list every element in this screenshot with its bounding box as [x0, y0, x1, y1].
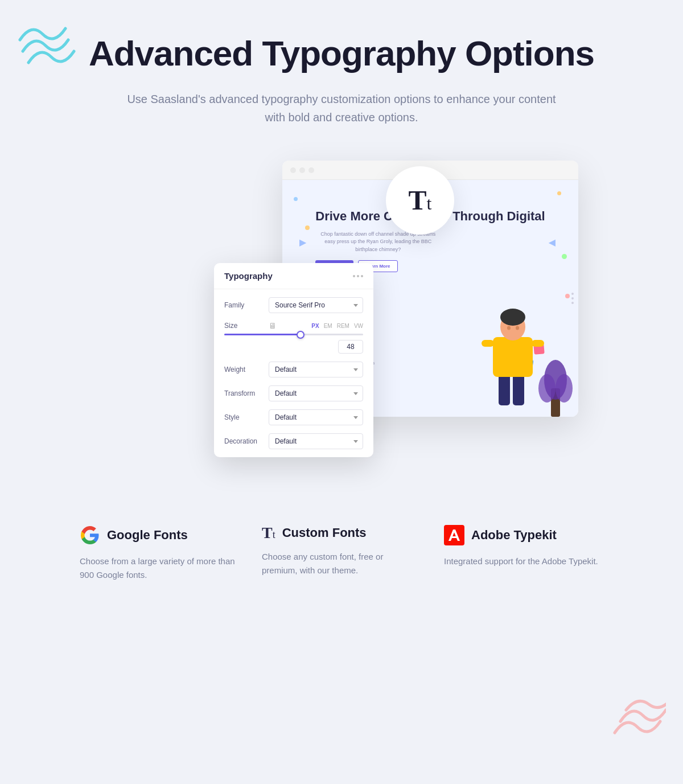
panel-body: Family Source Serif Pro Size 🖥 PX EM REM	[214, 289, 373, 457]
decoration-label: Decoration	[224, 437, 264, 445]
size-unit-vw[interactable]: VW	[354, 323, 363, 329]
family-select[interactable]: Source Serif Pro	[269, 297, 363, 313]
tt-badge: Tt	[386, 166, 454, 235]
sidebar-dots	[571, 293, 574, 304]
weight-select[interactable]: Default	[269, 362, 363, 377]
size-label: Size	[224, 322, 264, 330]
size-unit-rem[interactable]: REM	[337, 323, 349, 329]
svg-rect-7	[482, 340, 494, 347]
size-section: Size 🖥 PX EM REM VW	[224, 321, 363, 354]
adobe-typekit-desc: Integrated support for the Adobe Typekit…	[444, 555, 603, 568]
deco-dot-green	[562, 254, 567, 259]
adobe-icon	[444, 525, 464, 545]
adobe-typekit-title: Adobe Typekit	[471, 528, 557, 543]
header-section: Advanced Typography Options Use Saasland…	[0, 0, 683, 149]
sidebar-dot	[571, 293, 574, 295]
custom-fonts-title: Custom Fonts	[282, 526, 367, 540]
style-select[interactable]: Default	[269, 409, 363, 425]
svg-rect-8	[532, 340, 544, 347]
play-icon-right: ▶	[549, 237, 556, 248]
size-units: PX EM REM VW	[311, 323, 363, 329]
browser-dot-red	[290, 167, 296, 173]
visual-area: Tt ▶ ▶ Drive	[0, 149, 683, 468]
size-top: Size 🖥 PX EM REM VW	[224, 321, 363, 330]
weight-label: Weight	[224, 366, 264, 373]
typography-panel: Typography Family Source Serif Pro Size	[214, 263, 373, 457]
deco-dot-red	[565, 294, 570, 298]
svg-rect-17	[444, 525, 464, 545]
panel-dot	[357, 275, 359, 277]
panel-header: Typography	[214, 263, 373, 289]
style-label: Style	[224, 413, 264, 421]
decoration-select[interactable]: Default	[269, 433, 363, 449]
transform-row: Transform Default	[224, 385, 363, 401]
size-slider[interactable]	[224, 334, 363, 335]
transform-label: Transform	[224, 389, 264, 397]
family-row: Family Source Serif Pro	[224, 297, 363, 313]
feature-adobe-typekit: Adobe Typekit Integrated support for the…	[433, 525, 615, 582]
svg-point-11	[507, 326, 511, 330]
google-fonts-title: Google Fonts	[107, 528, 188, 543]
size-value: 48	[338, 340, 363, 354]
google-fonts-header: Google Fonts	[80, 525, 239, 545]
size-display: 48	[224, 340, 363, 354]
slider-fill	[224, 334, 301, 335]
deco-dot-yellow	[305, 225, 310, 230]
deco-dot-blue	[294, 197, 298, 201]
plant-illustration	[538, 348, 573, 417]
sidebar-dot	[571, 297, 574, 299]
browser-dot-yellow	[299, 167, 305, 173]
custom-font-icon: Tt	[262, 525, 275, 541]
svg-rect-6	[493, 337, 533, 377]
google-fonts-desc: Choose from a large variety of more than…	[80, 555, 239, 582]
wave-decoration-bottomright	[609, 693, 666, 738]
size-unit-em[interactable]: EM	[324, 323, 332, 329]
custom-fonts-header: Tt Custom Fonts	[262, 525, 421, 541]
feature-google-fonts: Google Fonts Choose from a large variety…	[68, 525, 250, 582]
size-unit-px[interactable]: PX	[311, 323, 319, 329]
deco-dot-yellow2	[557, 191, 561, 195]
decoration-row: Decoration Default	[224, 433, 363, 449]
slider-thumb	[297, 331, 305, 339]
page-title: Advanced Typography Options	[68, 34, 615, 73]
google-icon	[80, 525, 100, 545]
browser-dot-green	[308, 167, 314, 173]
feature-custom-fonts: Tt Custom Fonts Choose any custom font, …	[250, 525, 433, 582]
svg-point-10	[500, 309, 525, 326]
panel-dot	[353, 275, 355, 277]
monitor-icon: 🖥	[269, 321, 277, 330]
play-icon-left: ▶	[299, 237, 306, 248]
custom-fonts-desc: Choose any custom font, free or premium,…	[262, 550, 421, 577]
tt-badge-text: Tt	[409, 187, 432, 214]
panel-menu-dots[interactable]	[353, 275, 363, 277]
style-row: Style Default	[224, 409, 363, 425]
svg-point-12	[516, 326, 519, 330]
weight-row: Weight Default	[224, 362, 363, 377]
panel-title: Typography	[224, 271, 273, 281]
page-subtitle: Use Saasland's advanced typography custo…	[125, 90, 558, 126]
svg-point-16	[556, 374, 573, 403]
adobe-typekit-header: Adobe Typekit	[444, 525, 603, 545]
features-section: Google Fonts Choose from a large variety…	[0, 502, 683, 627]
slider-track	[224, 334, 363, 335]
panel-dot	[361, 275, 363, 277]
transform-select[interactable]: Default	[269, 385, 363, 401]
family-label: Family	[224, 301, 264, 309]
svg-point-15	[538, 374, 556, 403]
